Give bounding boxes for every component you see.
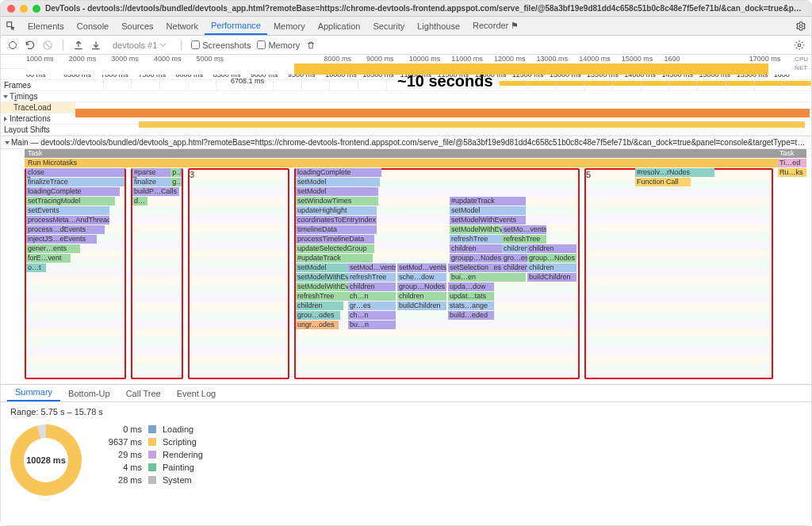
flame-bar[interactable]: grou…odes [296, 311, 340, 320]
inspect-icon[interactable] [6, 21, 17, 32]
flame-bar[interactable]: ch…n [348, 292, 396, 301]
flame-bar[interactable]: children [527, 263, 576, 272]
flame-bar[interactable]: children [348, 282, 396, 291]
flame-bar[interactable]: setModel [296, 178, 380, 186]
tab-network[interactable]: Network [160, 18, 205, 34]
flame-bar[interactable]: buildP…Calls [132, 187, 179, 196]
flame-bar[interactable]: timelineData [296, 225, 377, 234]
flame-bar[interactable]: processTimelineData [296, 235, 374, 244]
flame-bar[interactable]: #resolv…rNodes [635, 168, 714, 177]
btab-summary[interactable]: Summary [7, 384, 60, 401]
tab-console[interactable]: Console [71, 18, 115, 34]
flame-bar[interactable]: setMod…vents [348, 263, 396, 272]
flame-bar[interactable]: children [296, 301, 343, 310]
trash-icon[interactable] [306, 40, 316, 50]
btab-event-log[interactable]: Event Log [169, 386, 224, 401]
download-icon[interactable] [90, 40, 102, 51]
settings-icon[interactable] [795, 21, 806, 32]
ov-tick: 13000 ms [537, 55, 580, 63]
flame-bar[interactable]: ch…n [348, 311, 396, 320]
frame-cell [726, 81, 755, 90]
flame-bar[interactable]: updateHighlight [296, 206, 377, 215]
record-button[interactable] [7, 40, 18, 51]
flame-bar[interactable]: injectJS…eEvents [26, 235, 97, 244]
flame-bar[interactable]: children [527, 244, 576, 253]
flame-bar[interactable]: refreshTree [348, 273, 396, 282]
flame-bar[interactable]: setModelWithEvents [450, 216, 526, 225]
flame-bar[interactable]: g… [170, 178, 179, 186]
flame-bar[interactable]: gener…ents [26, 244, 80, 253]
flame-bar[interactable]: process…dEvents [26, 225, 105, 234]
flame-bar[interactable]: gr…es [348, 301, 396, 310]
capture-settings-icon[interactable] [794, 40, 805, 51]
track-main-header[interactable]: Main — devtools://devtools/bundled/devto… [1, 136, 811, 149]
screenshots-checkbox[interactable]: Screenshots [191, 40, 251, 50]
flame-bar[interactable]: children [397, 292, 446, 301]
tab-elements[interactable]: Elements [21, 18, 71, 34]
flame-bar[interactable]: setWindowTimes [296, 197, 378, 205]
memory-checkbox[interactable]: Memory [257, 40, 300, 50]
flame-bar[interactable]: loadingComplete [26, 187, 120, 196]
flame-bar[interactable]: group…Nodes [527, 254, 576, 263]
tab-application[interactable]: Application [312, 18, 367, 34]
flame-bar[interactable]: bu…n [348, 321, 396, 329]
flame-bar[interactable]: setSelection [448, 263, 494, 272]
flame-bar[interactable]: setTracingModel [26, 197, 115, 205]
flame-bar[interactable]: setMo…vents [502, 225, 546, 234]
zoom-icon[interactable] [33, 5, 40, 13]
btab-call-tree[interactable]: Call Tree [118, 386, 169, 401]
flame-bar[interactable]: p… [170, 168, 179, 177]
flame-bar[interactable]: stats…ange [448, 301, 494, 310]
recording-select[interactable]: devtools #1 [108, 40, 171, 50]
tab-lighthouse[interactable]: Lighthouse [411, 18, 466, 34]
flame-bar[interactable]: group…Nodes [397, 282, 446, 291]
flame-bar[interactable]: #updateTrack [296, 254, 373, 263]
flame-bar[interactable]: d… [132, 197, 147, 205]
flame-bar[interactable]: Ti…ed [778, 159, 806, 167]
flame-bar[interactable]: loadingComplete [296, 168, 381, 177]
flame-bar[interactable]: buildChildren [527, 273, 576, 282]
flame-bar[interactable]: o…t [26, 263, 46, 272]
tab-memory[interactable]: Memory [267, 18, 312, 34]
upload-icon[interactable] [73, 40, 84, 51]
reload-icon[interactable] [25, 40, 36, 51]
legend-row: 0 msLoading [98, 424, 203, 434]
flame-chart[interactable]: Task Run Microtasks Task Ti…ed Ru…ks 1 2… [1, 149, 811, 384]
legend-row: 29 msRendering [98, 450, 203, 459]
flame-bar[interactable]: sche…dow [397, 273, 446, 282]
flame-bar[interactable]: coordinatesToEntryIndex [296, 216, 377, 225]
minimize-icon[interactable] [20, 5, 28, 13]
track-timings[interactable]: Ti̱mings [1, 91, 811, 102]
flame-bar[interactable]: finalizeTrace [26, 178, 124, 186]
flame-bar[interactable]: setEvents [26, 206, 109, 215]
flame-bar[interactable]: build…eded [448, 311, 494, 320]
flame-bar[interactable]: buildChildren [397, 301, 446, 310]
flame-bar[interactable]: setMod…vents [397, 263, 446, 272]
legend-row: 28 msSystem [98, 475, 203, 485]
flame-bar[interactable]: Ru…ks [778, 168, 806, 177]
btab-bottom-up[interactable]: Bottom-Up [60, 386, 118, 401]
flame-bar[interactable]: upda…dow [448, 282, 494, 291]
close-icon[interactable] [7, 5, 15, 13]
tab-performance[interactable]: Performance [205, 17, 267, 35]
tab-sources[interactable]: Sources [115, 18, 159, 34]
tab-recorder[interactable]: Recorder ⚑ [466, 17, 525, 34]
flame-bar[interactable]: #updateTrack [450, 197, 526, 205]
flame-bar[interactable]: setModel [296, 187, 378, 196]
flame-bar[interactable]: updateSelectedGroup [296, 244, 374, 253]
flame-bar[interactable]: refreshTree [502, 235, 546, 244]
overview-minimap[interactable]: 1000 ms2000 ms3000 ms4000 ms5000 ms8000 … [1, 55, 811, 69]
flame-microtasks-bar[interactable]: Run Microtasks [25, 159, 805, 167]
flame-bar[interactable]: forE…vent [26, 254, 71, 263]
flame-task-right[interactable]: Task [778, 149, 806, 158]
flame-task-bar[interactable]: Task [25, 149, 805, 158]
flame-bar[interactable]: close [26, 168, 124, 177]
flame-bar[interactable]: ungr…odes [296, 321, 339, 329]
clear-icon[interactable] [42, 40, 53, 51]
flame-bar[interactable]: setModel [450, 206, 526, 215]
flame-bar[interactable]: processMeta…AndThreads [26, 216, 109, 225]
flame-bar[interactable]: bui…en [450, 273, 526, 282]
flame-bar[interactable]: updat…tats [448, 292, 494, 301]
tab-security[interactable]: Security [366, 18, 411, 34]
flame-bar[interactable]: Function Call [635, 178, 691, 186]
